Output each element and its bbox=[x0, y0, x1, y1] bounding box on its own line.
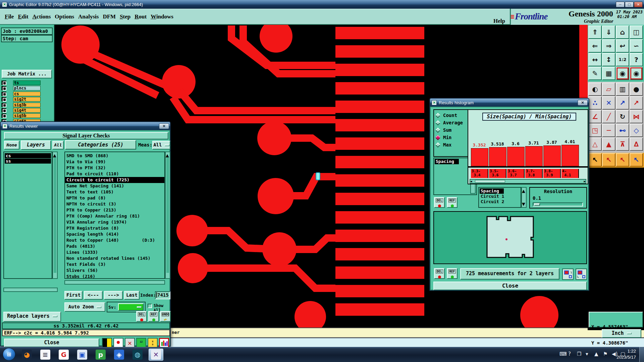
window-titlebar[interactable]: ✕ Graphic Editor 9.07b2 (00@HY-HYCAM-PC4… bbox=[0, 0, 644, 9]
results-viewer-close-button[interactable]: Close bbox=[4, 339, 99, 347]
layer-checkbox[interactable] bbox=[1, 108, 6, 113]
auto-zoom-dropdown[interactable]: Auto Zoom bbox=[64, 302, 105, 312]
slider-thumb[interactable] bbox=[534, 203, 540, 206]
category-item[interactable]: Pad to circuit (110) bbox=[65, 171, 164, 177]
layer-checkbox[interactable] bbox=[1, 113, 6, 118]
measure-angle-icon[interactable]: ∠ bbox=[588, 110, 602, 123]
split-window-icon[interactable]: ◫ bbox=[630, 25, 643, 39]
histogram-bar[interactable] bbox=[543, 145, 561, 166]
category-hscrollbar[interactable] bbox=[64, 280, 165, 285]
filter-layers-button[interactable]: Layers bbox=[21, 140, 51, 150]
invert-contrast-icon[interactable] bbox=[102, 338, 112, 348]
filter-none-button[interactable]: None bbox=[4, 141, 19, 149]
chart-hscrollbar[interactable]: ◀ ▶ bbox=[470, 179, 586, 184]
copy-feature-icon[interactable]: ◐ bbox=[588, 82, 602, 96]
category-item[interactable]: Non standard rotated lines (145) bbox=[65, 255, 164, 261]
zoom-1-2-icon[interactable]: 1:2 bbox=[616, 53, 629, 66]
shift-left-icon[interactable]: ⇐ bbox=[588, 39, 602, 53]
histogram-ref-button-2[interactable]: REF bbox=[447, 268, 458, 279]
rv-layer-list[interactable]: csss bbox=[3, 152, 52, 279]
index-input[interactable]: 7415 bbox=[155, 291, 170, 299]
category-item[interactable]: Pads (4813) bbox=[65, 243, 164, 249]
board-map-panel[interactable] bbox=[433, 211, 587, 264]
menu-windows[interactable]: Windows bbox=[149, 13, 175, 20]
highlight-tri-1-icon[interactable]: △ bbox=[588, 137, 602, 151]
keyboard-icon[interactable]: ⌨ bbox=[559, 351, 567, 357]
histogram-export-icon[interactable]: ↴ bbox=[562, 268, 574, 280]
series-item[interactable]: Circuit 2 bbox=[480, 199, 520, 204]
hidden-icons-arrow[interactable]: ▲ bbox=[594, 351, 598, 357]
radio-diamond-icon[interactable] bbox=[435, 113, 441, 118]
layer-checkbox[interactable] bbox=[1, 103, 6, 107]
menu-rout[interactable]: Rout bbox=[132, 13, 149, 20]
menu-help[interactable]: Help bbox=[491, 18, 507, 24]
histogram-titlebar[interactable]: ✕ Results histogram ✕ bbox=[430, 99, 589, 107]
g-app-icon[interactable]: G bbox=[56, 349, 71, 361]
mirror-icon[interactable]: ⋈ bbox=[630, 110, 643, 123]
menu-dfm[interactable]: DFM bbox=[101, 13, 118, 20]
radio-diamond-icon[interactable] bbox=[435, 120, 441, 125]
histogram-bar[interactable] bbox=[471, 148, 488, 166]
menu-edit[interactable]: Edit bbox=[16, 13, 30, 20]
rv-layer-hscrollbar[interactable] bbox=[3, 288, 58, 292]
rotate-icon[interactable]: ↻ bbox=[616, 110, 629, 123]
replace-layers-dropdown[interactable]: Replace layers bbox=[3, 312, 61, 322]
select-frame-icon[interactable]: ↖ bbox=[602, 153, 615, 167]
menu-options[interactable]: Options bbox=[53, 13, 76, 20]
s-path-icon[interactable]: ∽ bbox=[630, 39, 643, 53]
help-tool-icon[interactable]: ? bbox=[630, 53, 643, 66]
layer-button[interactable]: plncs bbox=[13, 86, 41, 90]
category-item[interactable]: Same Net Spacing (141) bbox=[65, 183, 164, 189]
series-item[interactable]: Spacing bbox=[480, 188, 504, 194]
layer-button[interactable]: ts bbox=[13, 80, 41, 85]
rv-layer-ss[interactable]: ss bbox=[5, 159, 51, 164]
browser-app-icon[interactable]: ◕ bbox=[19, 349, 34, 361]
category-item[interactable]: PTH to PTH (32) bbox=[65, 165, 164, 171]
histogram-bar[interactable] bbox=[561, 145, 579, 166]
ruler-icon[interactable]: ▥ bbox=[616, 82, 629, 96]
rv-layer-scrollbar[interactable]: ▲ bbox=[52, 152, 58, 279]
help-tray-icon[interactable]: ? bbox=[568, 351, 571, 357]
minimize-button[interactable]: ─ bbox=[616, 2, 625, 7]
histogram-bar[interactable] bbox=[525, 146, 543, 166]
undo-box-icon[interactable]: ↩ bbox=[616, 39, 629, 53]
net-view-b-icon[interactable]: ◉ bbox=[630, 67, 643, 80]
prev-button[interactable]: <--- bbox=[84, 291, 103, 300]
last-button[interactable]: Last bbox=[124, 291, 140, 300]
tool-paste-down-icon[interactable]: ⇓ bbox=[602, 25, 615, 39]
category-item[interactable]: Circuit to circuit (725) bbox=[65, 177, 164, 183]
category-item[interactable]: Stubs (216) bbox=[65, 274, 164, 279]
layer-button[interactable]: sig4t bbox=[13, 108, 41, 113]
layer-button[interactable]: sig2t bbox=[13, 97, 41, 102]
radio-diamond-icon[interactable] bbox=[435, 135, 441, 140]
category-item[interactable]: PTH Registration (8) bbox=[65, 225, 164, 231]
ref-button[interactable]: REF bbox=[148, 311, 159, 322]
highlight-tri-2-icon[interactable]: ▲ bbox=[602, 137, 615, 151]
menu-analysis[interactable]: Analysis bbox=[76, 13, 101, 20]
category-item[interactable]: NPTH to pad (8) bbox=[65, 195, 164, 201]
histogram-close-button[interactable]: Close bbox=[433, 282, 587, 290]
meas-dropdown[interactable]: All bbox=[152, 141, 170, 149]
radio-diamond-icon[interactable] bbox=[435, 127, 441, 133]
layer-checkbox[interactable] bbox=[1, 86, 6, 90]
sv-color-dropdown[interactable] bbox=[118, 303, 144, 311]
pad-select-icon[interactable]: ● bbox=[630, 82, 643, 96]
category-list[interactable]: SMD to SMD (868)Via to Via (99)PTH to PT… bbox=[64, 152, 165, 279]
histogram-del-button-2[interactable]: DEL bbox=[434, 268, 445, 279]
category-item[interactable]: PTH to Copper (213) bbox=[65, 207, 164, 213]
blue-app-icon[interactable]: ◈ bbox=[112, 349, 126, 361]
next-button[interactable]: ---> bbox=[104, 291, 123, 300]
units-dropdown[interactable]: Inch bbox=[602, 329, 641, 338]
vector-b-icon[interactable]: ↗ bbox=[630, 96, 643, 110]
measure-width-icon[interactable]: ⊷ bbox=[616, 124, 629, 137]
category-item[interactable]: Via to Via (99) bbox=[65, 159, 164, 165]
undo-button[interactable]: UNDO↶ bbox=[160, 311, 171, 322]
disk-app-icon[interactable]: ▣ bbox=[75, 349, 90, 361]
layer-button[interactable]: sig3b bbox=[13, 103, 41, 107]
radio-diamond-icon[interactable] bbox=[435, 142, 441, 147]
category-item[interactable]: Text Fields (3) bbox=[65, 261, 164, 267]
home-view-icon[interactable]: ⌂ bbox=[616, 25, 629, 39]
series-list[interactable]: SpacingCircuit 1Circuit 2 bbox=[478, 187, 521, 208]
menu-step[interactable]: Step bbox=[118, 13, 132, 20]
window-stack-icon[interactable]: ❒ bbox=[577, 351, 581, 357]
